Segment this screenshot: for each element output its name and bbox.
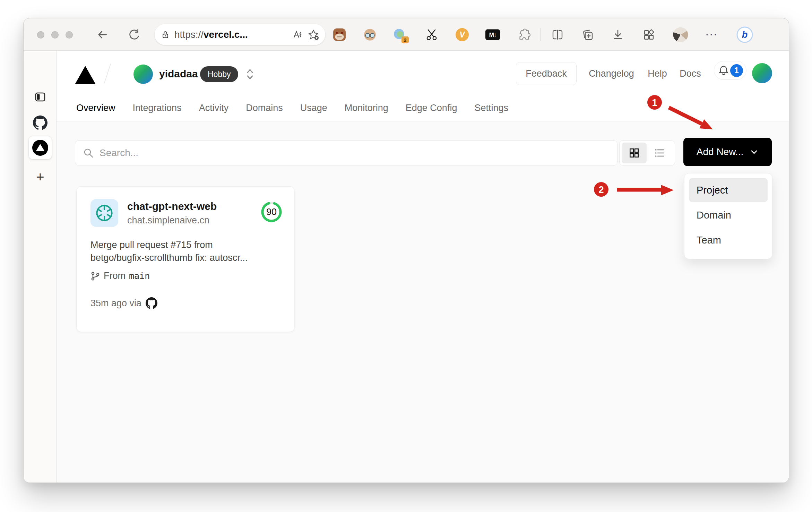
scope-switcher-icon[interactable] — [244, 65, 256, 83]
toolbar-divider — [541, 28, 541, 41]
downloads-icon[interactable] — [611, 28, 625, 42]
extensions-puzzle-icon[interactable] — [517, 28, 531, 42]
notifications-button[interactable]: 1 — [714, 61, 746, 80]
project-name[interactable]: chat-gpt-next-web — [127, 200, 260, 212]
feedback-button[interactable]: Feedback — [516, 62, 577, 85]
tab-settings[interactable]: Settings — [474, 102, 509, 121]
sidebar-divider — [30, 161, 51, 161]
overview-content: Add New... Project Domain Team — [57, 121, 789, 483]
github-source-icon — [146, 297, 157, 309]
openai-logo-icon — [95, 204, 114, 222]
team-name: yidadaa — [159, 68, 198, 80]
screenshot-root: https://vercel.c... 2 — [0, 0, 812, 512]
address-bar[interactable]: https://vercel.c... — [155, 24, 325, 45]
browser-profile-avatar[interactable] — [673, 27, 688, 42]
notification-count-badge: 1 — [730, 64, 743, 77]
dropdown-item-domain[interactable]: Domain — [689, 203, 768, 227]
tab-overview[interactable]: Overview — [76, 102, 116, 121]
tab-activity[interactable]: Activity — [198, 102, 230, 121]
search-icon — [83, 147, 94, 159]
project-card[interactable]: chat-gpt-next-web chat.simplenaive.cn 90 — [76, 186, 295, 332]
deploy-meta: 35m ago via — [90, 298, 141, 309]
apps-icon[interactable] — [642, 28, 656, 42]
bing-chat-icon[interactable]: b — [737, 27, 753, 43]
sidebar-panel-toggle-icon[interactable] — [34, 90, 47, 103]
scissors-extension-icon[interactable] — [425, 28, 438, 41]
vercel-page: yidadaa Hobby Feedback Changelog Help Do… — [57, 51, 789, 483]
commit-message: Merge pull request #715 from betgo/bugfi… — [90, 239, 283, 264]
score-ring[interactable]: 90 — [260, 201, 283, 223]
dropdown-item-team[interactable]: Team — [689, 228, 768, 252]
new-tab-button[interactable]: + — [36, 169, 44, 185]
browser-toolbar: https://vercel.c... 2 — [24, 18, 789, 51]
dropdown-item-project[interactable]: Project — [689, 178, 768, 202]
search-input[interactable] — [100, 147, 610, 159]
vercel-tab-favicon-active[interactable] — [29, 136, 52, 159]
favorite-star-icon[interactable] — [308, 29, 319, 40]
view-switcher — [619, 140, 675, 165]
lock-icon — [161, 30, 170, 39]
add-new-dropdown: Project Domain Team — [684, 173, 772, 259]
project-search[interactable] — [75, 140, 617, 165]
branch-row: From main — [90, 271, 283, 281]
back-icon[interactable] — [96, 28, 109, 41]
traffic-light-minimize[interactable] — [51, 31, 59, 39]
traffic-light-zoom[interactable] — [66, 31, 73, 39]
browser-window: https://vercel.c... 2 — [23, 18, 789, 483]
add-new-label: Add New... — [697, 146, 743, 157]
team-avatar[interactable] — [133, 65, 153, 84]
traffic-light-close[interactable] — [37, 31, 44, 39]
split-screen-icon[interactable] — [551, 28, 564, 42]
collections-add-icon[interactable] — [581, 28, 595, 42]
github-tab-favicon[interactable] — [33, 116, 47, 130]
chevron-down-icon — [750, 147, 759, 156]
proxy-badge: 2 — [401, 36, 409, 43]
browser-sidebar: + — [24, 51, 57, 483]
add-new-button[interactable]: Add New... — [683, 138, 772, 166]
tab-usage[interactable]: Usage — [300, 102, 328, 121]
url-text: https://vercel.c... — [174, 29, 248, 40]
user-avatar[interactable] — [752, 63, 772, 83]
bell-icon — [718, 65, 729, 76]
plan-badge: Hobby — [200, 66, 238, 82]
vercel-logo[interactable] — [75, 66, 96, 84]
branch-label: From — [104, 271, 126, 281]
branch-name[interactable]: main — [129, 271, 150, 281]
project-domain[interactable]: chat.simplenaive.cn — [127, 215, 260, 226]
list-view-button[interactable] — [647, 143, 673, 163]
avatar-extension-icon[interactable] — [363, 28, 377, 42]
score-value: 90 — [260, 201, 283, 223]
vercel-header: yidadaa Hobby Feedback Changelog Help Do… — [57, 51, 789, 121]
tab-monitoring[interactable]: Monitoring — [344, 102, 389, 121]
git-branch-icon — [90, 271, 100, 281]
v-extension-icon[interactable]: V — [456, 28, 469, 41]
nav-help[interactable]: Help — [647, 62, 668, 85]
tampermonkey-extension-icon[interactable] — [332, 28, 346, 42]
tab-bar: Overview Integrations Activity Domains U… — [76, 102, 509, 121]
project-favicon-tile — [90, 199, 118, 227]
nav-changelog[interactable]: Changelog — [587, 62, 636, 85]
tab-edge-config[interactable]: Edge Config — [405, 102, 458, 121]
nav-docs[interactable]: Docs — [679, 62, 702, 85]
read-aloud-icon[interactable] — [293, 29, 303, 40]
proxy-extension-icon[interactable]: 2 — [393, 28, 407, 42]
breadcrumb-slash — [104, 63, 111, 84]
tab-domains[interactable]: Domains — [245, 102, 284, 121]
markdown-extension-icon[interactable]: M↓ — [485, 29, 500, 40]
refresh-icon[interactable] — [128, 28, 140, 41]
tab-integrations[interactable]: Integrations — [132, 102, 182, 121]
grid-view-button[interactable] — [622, 143, 647, 163]
more-menu-icon[interactable]: ··· — [706, 30, 718, 40]
